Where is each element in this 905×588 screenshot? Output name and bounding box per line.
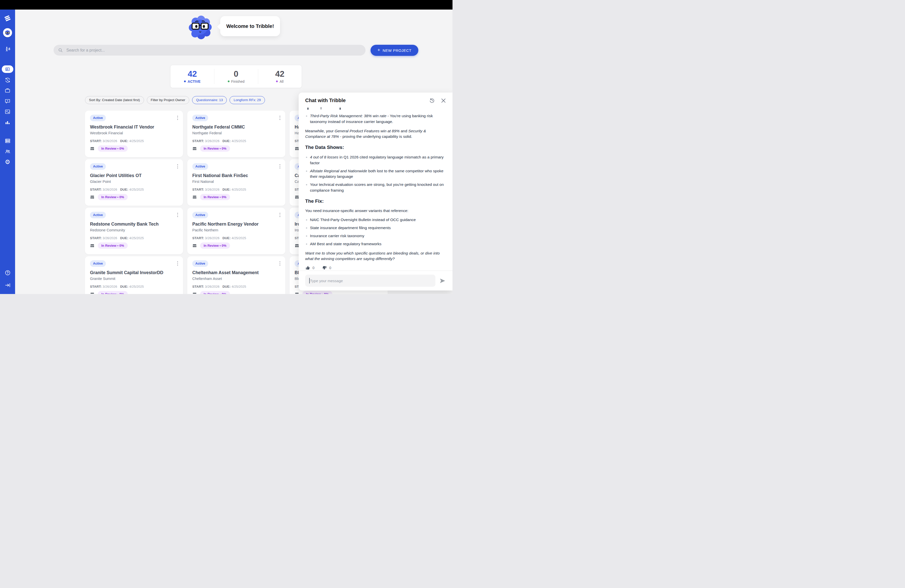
stat-finished[interactable]: 0 Finished bbox=[214, 65, 258, 88]
sidebar-item-sync-icon[interactable] bbox=[0, 77, 15, 83]
project-dates: START: 3/26/2026DUE: 4/25/2025 bbox=[90, 285, 178, 288]
project-title: Westbrook Financial IT Vendor bbox=[90, 124, 178, 130]
stat-all-label: All bbox=[279, 79, 284, 84]
table-icon bbox=[192, 195, 197, 199]
project-card[interactable]: ActiveNorthgate Federal CMMCNorthgate Fe… bbox=[187, 111, 285, 157]
search-input[interactable] bbox=[66, 48, 365, 53]
project-title: Redstone Community Bank Tech bbox=[90, 222, 178, 227]
chat-heading-data: The Data Shows: bbox=[305, 144, 446, 151]
mascot-avatar-icon[interactable] bbox=[0, 28, 15, 37]
card-menu-button[interactable] bbox=[279, 115, 281, 121]
thumbs-down-count: 0 bbox=[329, 265, 331, 271]
card-menu-button[interactable] bbox=[177, 212, 179, 218]
help-icon[interactable] bbox=[0, 270, 15, 276]
sidebar-item-projects-active[interactable] bbox=[0, 65, 15, 73]
sidebar-item-people-icon[interactable] bbox=[0, 148, 15, 154]
card-menu-button[interactable] bbox=[177, 115, 179, 121]
review-status-badge: In Review • 0% bbox=[200, 194, 230, 200]
feedback-row: 0 0 bbox=[305, 265, 446, 271]
project-card[interactable]: ActiveFirst National Bank FinSecFirst Na… bbox=[187, 159, 285, 206]
filter-owner-chip[interactable]: Filter by Project Owner bbox=[147, 96, 189, 104]
chat-bullet: Allstate Regional and Nationwide both lo… bbox=[305, 168, 446, 180]
project-dates: START: 3/26/2026DUE: 4/25/2025 bbox=[192, 188, 280, 191]
card-menu-button[interactable] bbox=[279, 261, 281, 266]
search-bar[interactable] bbox=[54, 45, 365, 56]
sidebar-item-handoff-icon[interactable] bbox=[0, 46, 15, 52]
active-dot bbox=[184, 81, 186, 82]
chat-bullet: NAIC Third-Party Oversight Bulletin inst… bbox=[305, 217, 446, 223]
sidebar-item-analytics-icon[interactable] bbox=[0, 119, 15, 126]
longform-rfx-chip[interactable]: Longform RFx: 29 bbox=[230, 96, 265, 104]
new-project-button[interactable]: + NEW PROJECT bbox=[370, 45, 418, 56]
due-date: 4/25/2025 bbox=[232, 285, 246, 288]
thumbs-up-button[interactable]: 0 bbox=[305, 265, 314, 271]
card-menu-button[interactable] bbox=[177, 164, 179, 169]
project-company: Granite Summit bbox=[90, 277, 178, 281]
chat-title: Chat with Tribble bbox=[305, 98, 429, 103]
chat-history-button[interactable] bbox=[429, 98, 435, 103]
due-date: 4/25/2025 bbox=[232, 139, 246, 143]
sidebar-item-chat-icon[interactable] bbox=[0, 98, 15, 104]
clipped-message-line bbox=[305, 107, 446, 110]
project-title: Cheltenham Asset Management bbox=[192, 270, 280, 275]
project-dates: START: 3/26/2026DUE: 4/25/2025 bbox=[90, 139, 178, 143]
due-label: DUE: bbox=[222, 188, 231, 191]
review-status-badge: In Review • 0% bbox=[302, 291, 332, 294]
status-badge: Active bbox=[90, 212, 106, 218]
start-label: START: bbox=[192, 236, 204, 240]
start-date: 3/26/2026 bbox=[103, 285, 117, 288]
project-stats-card: 42 ACTIVE 0 Finished 42 All bbox=[170, 65, 302, 88]
chat-bullet: 4 out of 8 losses in Q1 2026 cited regul… bbox=[305, 154, 446, 166]
sidebar-item-settings-icon[interactable]: ⚙ bbox=[0, 159, 15, 165]
send-button[interactable] bbox=[439, 277, 446, 284]
status-badge: Active bbox=[90, 260, 106, 267]
tribble-mascot bbox=[188, 14, 212, 41]
chat-close-button[interactable] bbox=[441, 98, 446, 103]
review-status-badge: In Review • 0% bbox=[98, 291, 128, 294]
review-status-badge: In Review • 0% bbox=[200, 242, 230, 249]
start-date: 3/26/2026 bbox=[205, 236, 219, 240]
new-project-label: NEW PROJECT bbox=[383, 48, 411, 52]
project-card[interactable]: ActiveGranite Summit Capital InvestorDDG… bbox=[85, 256, 183, 294]
history-icon bbox=[429, 98, 435, 103]
chat-input-row bbox=[298, 271, 452, 291]
stat-finished-value: 0 bbox=[234, 70, 238, 78]
review-status-badge: In Review • 0% bbox=[200, 145, 230, 152]
due-date: 4/25/2025 bbox=[129, 188, 144, 191]
project-title: Granite Summit Capital InvestorDD bbox=[90, 270, 178, 275]
sidebar: ⚙ TK bbox=[0, 10, 15, 294]
project-company: Cheltenham Asset bbox=[192, 277, 280, 281]
card-menu-button[interactable] bbox=[279, 212, 281, 218]
sidebar-item-archive-icon[interactable] bbox=[0, 87, 15, 94]
chat-header: Chat with Tribble bbox=[298, 92, 452, 106]
status-badge: Active bbox=[90, 115, 106, 121]
chat-messages[interactable]: Third-Party Risk Management: 38% win rat… bbox=[298, 106, 452, 271]
project-card[interactable]: ActiveCheltenham Asset ManagementChelten… bbox=[187, 256, 285, 294]
project-company: Northgate Federal bbox=[192, 131, 280, 135]
chat-message-input[interactable] bbox=[305, 275, 435, 287]
message-box[interactable] bbox=[305, 275, 435, 287]
thumbs-down-button[interactable]: 0 bbox=[322, 265, 331, 271]
chat-panel: Chat with Tribble Third-Party Risk Manag… bbox=[298, 92, 452, 291]
project-card[interactable]: ActiveWestbrook Financial IT VendorWestb… bbox=[85, 111, 183, 157]
due-label: DUE: bbox=[120, 188, 129, 191]
project-card[interactable]: ActiveGlacier Point Utilities OTGlacier … bbox=[85, 159, 183, 206]
sort-by-chip[interactable]: Sort By: Created Date (latest first) bbox=[85, 96, 144, 104]
sidebar-item-checklist-icon[interactable] bbox=[0, 109, 15, 115]
logout-icon[interactable] bbox=[0, 282, 15, 288]
plus-icon: + bbox=[377, 47, 380, 53]
project-card[interactable]: ActivePacific Northern Energy VendorPaci… bbox=[187, 208, 285, 254]
stat-active[interactable]: 42 ACTIVE bbox=[170, 65, 214, 88]
questionnaire-chip[interactable]: Questionnaire: 13 bbox=[192, 96, 227, 104]
stat-finished-label: Finished bbox=[231, 79, 245, 84]
card-menu-button[interactable] bbox=[279, 164, 281, 169]
stat-all[interactable]: 42 All bbox=[258, 65, 302, 88]
due-date: 4/25/2025 bbox=[129, 236, 144, 240]
status-badge: Active bbox=[192, 260, 208, 267]
project-card[interactable]: ActiveRedstone Community Bank TechRedsto… bbox=[85, 208, 183, 254]
table-icon bbox=[192, 243, 197, 248]
status-badge: Active bbox=[192, 115, 208, 121]
sidebar-item-queue-icon[interactable] bbox=[0, 138, 15, 144]
project-dates: START: 3/26/2026DUE: 4/25/2025 bbox=[192, 236, 280, 240]
card-menu-button[interactable] bbox=[177, 261, 179, 266]
